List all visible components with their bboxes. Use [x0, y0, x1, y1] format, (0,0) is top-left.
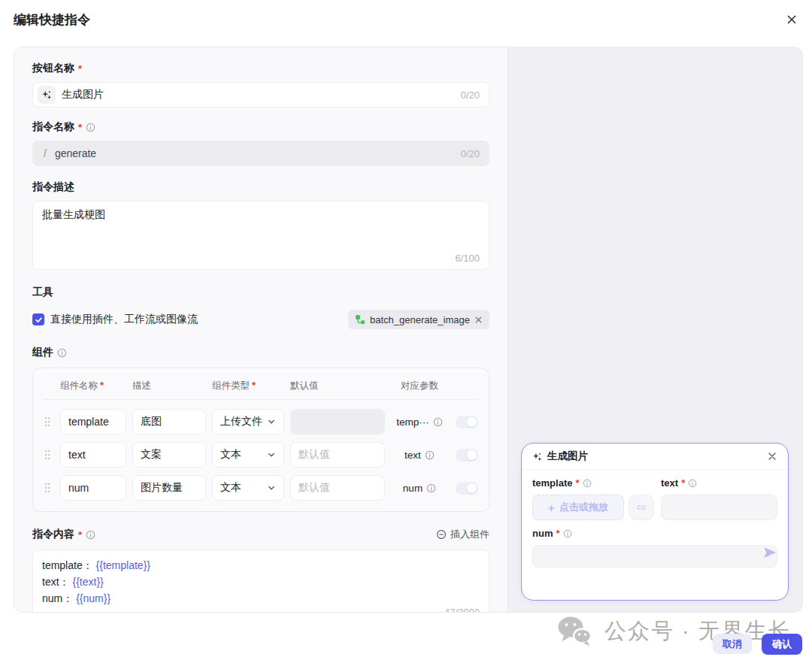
command-name-input-disabled: / generate 0/20	[32, 141, 489, 166]
tools-checkbox[interactable]	[32, 313, 44, 325]
tools-checkbox-label: 直接使用插件、工作流或图像流	[50, 313, 198, 326]
command-content-counter: 47/3000	[42, 607, 480, 613]
info-icon[interactable]	[583, 479, 592, 488]
command-name-value: generate	[55, 147, 96, 159]
dialog-content: 按钮名称 * 生成图片 0/20 指令名称 * / generate 0/20 …	[14, 47, 803, 613]
button-name-input[interactable]: 生成图片 0/20	[32, 82, 489, 107]
tool-tag-label: batch_generate_image	[370, 314, 470, 325]
component-default-input[interactable]: 默认值	[290, 475, 385, 501]
toggle-knob	[467, 483, 477, 493]
template-upload-dropzone[interactable]: + 点击或拖放	[532, 495, 624, 520]
preview-num-label: num	[532, 528, 553, 539]
form-panel: 按钮名称 * 生成图片 0/20 指令名称 * / generate 0/20 …	[14, 47, 508, 612]
required-asterisk: *	[252, 380, 256, 392]
wechat-icon	[556, 616, 592, 647]
component-toggle[interactable]	[456, 482, 478, 495]
required-asterisk: *	[681, 477, 685, 489]
command-name-label-row: 指令名称 *	[32, 120, 489, 135]
command-content-editor[interactable]: template： {{template}} text： {{text}} nu…	[32, 549, 489, 613]
command-content-label-row: 指令内容 * 插入组件	[32, 527, 489, 542]
col-header-type: 组件类型*	[212, 380, 284, 392]
preview-text-input[interactable]	[661, 495, 777, 520]
info-icon[interactable]	[688, 479, 697, 488]
tools-row: 直接使用插件、工作流或图像流 batch_generate_image	[32, 309, 489, 330]
template-link-button[interactable]	[629, 495, 654, 520]
close-icon	[786, 14, 798, 26]
component-name-input[interactable]: text	[60, 442, 126, 468]
command-name-label: 指令名称	[32, 120, 74, 134]
chevron-down-icon	[267, 450, 276, 459]
drag-handle-icon[interactable]	[44, 416, 54, 428]
command-desc-label: 指令描述	[32, 180, 74, 194]
preview-text-label: text	[661, 477, 678, 489]
tool-tag: batch_generate_image	[348, 310, 489, 329]
components-label: 组件	[32, 346, 53, 359]
insert-component-button[interactable]: 插入组件	[436, 528, 489, 541]
component-type-select[interactable]: 文本	[212, 442, 284, 468]
check-icon	[35, 316, 43, 324]
components-table-header: 组件名称* 描述 组件类型* 默认值 对应参数	[44, 377, 478, 394]
component-row-num: num 图片数量 文本 默认值 num	[44, 475, 478, 501]
tool-tag-remove-button[interactable]	[474, 316, 483, 324]
component-toggle[interactable]	[456, 416, 478, 428]
components-label-row: 组件	[32, 345, 489, 360]
component-desc-input[interactable]: 图片数量	[132, 475, 206, 501]
component-toggle[interactable]	[456, 449, 478, 462]
info-icon[interactable]	[425, 450, 435, 460]
col-header-desc: 描述	[132, 380, 206, 392]
plus-icon: +	[548, 501, 555, 514]
button-name-label-row: 按钮名称 *	[32, 61, 489, 76]
component-param-label: temp···	[391, 416, 448, 428]
info-icon[interactable]	[86, 530, 95, 540]
info-icon[interactable]	[433, 417, 443, 427]
command-desc-textarea[interactable]: 批量生成梗图 6/100	[32, 201, 489, 270]
dialog-title: 编辑快捷指令	[14, 11, 90, 29]
info-icon[interactable]	[563, 529, 572, 538]
component-desc-input[interactable]: 底图	[132, 409, 206, 434]
info-icon[interactable]	[57, 348, 67, 358]
required-asterisk: *	[78, 529, 82, 540]
dialog-footer: 公众号 · 无界生长 取消 确认	[0, 613, 812, 663]
command-content-label: 指令内容	[32, 528, 74, 541]
confirm-button[interactable]: 确认	[762, 634, 802, 655]
chevron-down-icon	[267, 483, 276, 492]
shortcut-sparkle-icon	[38, 86, 56, 104]
dialog-close-button[interactable]	[783, 11, 800, 28]
info-icon[interactable]	[86, 123, 95, 132]
required-asterisk: *	[78, 63, 82, 74]
component-type-select[interactable]: 上传文件	[212, 409, 284, 434]
component-desc-input[interactable]: 文案	[132, 442, 206, 468]
component-name-input[interactable]: num	[60, 475, 126, 501]
component-default-input[interactable]: 默认值	[290, 442, 385, 468]
link-icon	[436, 529, 447, 540]
component-name-input[interactable]: template	[60, 409, 126, 434]
toggle-knob	[467, 417, 477, 427]
toggle-knob	[467, 450, 477, 460]
insert-component-label: 插入组件	[450, 528, 489, 541]
table-header-divider	[44, 399, 478, 400]
close-icon	[767, 451, 777, 462]
component-row-template: template 底图 上传文件 temp···	[44, 409, 478, 434]
required-asterisk: *	[78, 122, 82, 133]
col-header-name: 组件名称*	[60, 380, 126, 392]
cancel-button[interactable]: 取消	[713, 634, 752, 654]
upload-dropzone-label: 点击或拖放	[559, 501, 608, 514]
dialog-header: 编辑快捷指令	[0, 0, 812, 44]
component-param-label: text	[391, 450, 448, 461]
preview-card-header: 生成图片	[522, 444, 788, 470]
drag-handle-icon[interactable]	[44, 449, 54, 461]
col-header-default: 默认值	[290, 380, 385, 392]
drag-handle-icon[interactable]	[44, 482, 54, 494]
preview-num-input[interactable]	[532, 545, 777, 568]
button-name-label: 按钮名称	[32, 62, 74, 75]
component-type-select[interactable]: 文本	[212, 475, 284, 501]
send-button[interactable]	[761, 543, 779, 562]
preview-num-label-row: num *	[532, 527, 777, 540]
component-param-label: num	[391, 483, 448, 494]
preview-card-body: template * + 点击或拖放	[522, 470, 788, 568]
button-name-value: 生成图片	[62, 88, 104, 101]
preview-close-button[interactable]	[767, 451, 777, 462]
preview-card-title: 生成图片	[547, 450, 588, 463]
info-icon[interactable]	[426, 483, 436, 493]
command-desc-value: 批量生成梗图	[42, 208, 480, 222]
